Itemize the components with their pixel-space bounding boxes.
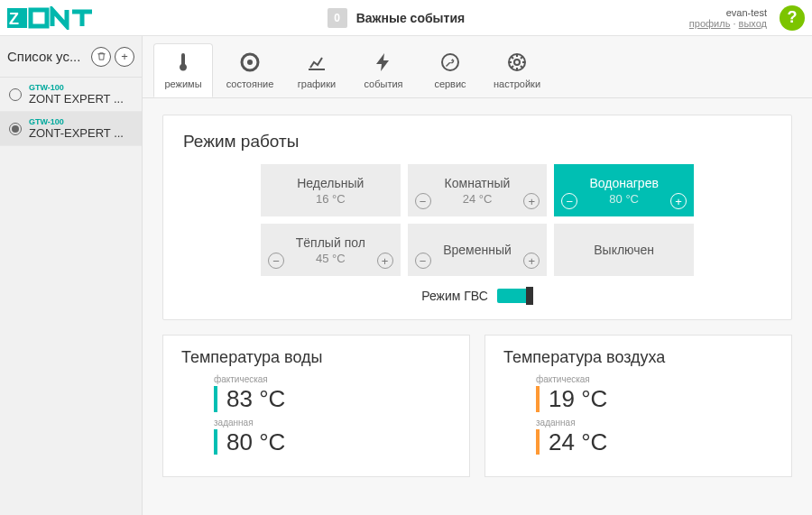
tab-service[interactable]: сервис: [420, 43, 480, 97]
gvs-toggle[interactable]: [497, 289, 533, 303]
mode-temp: 45 °C: [316, 252, 346, 265]
mode-temp: 80 °C: [609, 192, 639, 206]
gvs-label: Режим ГВС: [421, 289, 488, 303]
tab-modes[interactable]: режимы: [153, 43, 213, 97]
actual-label: фактическая: [214, 374, 451, 384]
events-label: Важные события: [356, 11, 465, 25]
temperature-row: Температура воды фактическая 83 °C задан…: [162, 335, 792, 477]
mode-tile-weekly[interactable]: Недельный 16 °C: [261, 164, 401, 216]
plus-button[interactable]: +: [670, 193, 687, 209]
tab-label: события: [364, 78, 402, 89]
device-name: ZONT-EXPERT ...: [29, 126, 124, 140]
bolt-icon: [373, 51, 394, 73]
mode-grid: Недельный 16 °C Комнатный 24 °C − + Водо…: [261, 164, 694, 276]
logout-link[interactable]: выход: [739, 18, 767, 29]
card-title: Температура воздуха: [503, 348, 773, 367]
tab-settings[interactable]: настройки: [487, 43, 547, 97]
mode-name: Временный: [443, 243, 512, 257]
svg-point-7: [514, 60, 520, 65]
mode-tile-room[interactable]: Комнатный 24 °C − +: [408, 164, 548, 216]
mode-tile-waterheat[interactable]: Водонагрев 80 °C − +: [554, 164, 694, 216]
device-name: ZONT EXPERT ...: [29, 92, 124, 106]
actual-value: 19 °C: [536, 386, 773, 412]
events-count-badge: 0: [328, 8, 347, 28]
mode-temp: 24 °C: [463, 192, 493, 206]
mode-card-title: Режим работы: [183, 132, 771, 152]
svg-point-4: [247, 60, 253, 65]
chart-icon: [306, 51, 328, 73]
user-block: evan-test профиль · выход: [689, 7, 767, 29]
tab-label: сервис: [434, 78, 466, 89]
thermometer-icon: [172, 51, 194, 73]
trash-button[interactable]: [91, 47, 111, 67]
target-label: заданная: [536, 418, 773, 428]
target-icon: [239, 51, 261, 73]
mode-name: Недельный: [297, 176, 364, 190]
device-item[interactable]: GTW-100 ZONT EXPERT ...: [0, 78, 142, 112]
mode-tile-floor[interactable]: Тёплый пол 45 °C − +: [261, 224, 401, 276]
device-item[interactable]: GTW-100 ZONT-EXPERT ...: [0, 112, 142, 146]
water-temp-card: Температура воды фактическая 83 °C задан…: [162, 335, 470, 477]
mode-card: Режим работы Недельный 16 °C Комнатный 2…: [162, 115, 792, 320]
add-device-button[interactable]: +: [115, 47, 134, 67]
sidebar-title: Список ус...: [7, 49, 88, 64]
tab-label: графики: [298, 78, 336, 89]
content-area: режимы состояние графики события сервис …: [143, 36, 812, 515]
target-value: 80 °C: [214, 429, 451, 455]
mode-name: Выключен: [594, 243, 654, 257]
plus-button[interactable]: +: [377, 253, 393, 269]
plus-button[interactable]: +: [523, 253, 540, 269]
actual-value: 83 °C: [214, 386, 451, 412]
header-events[interactable]: 0 Важные события: [103, 8, 689, 28]
mode-tile-temporary[interactable]: Временный − +: [408, 224, 548, 276]
sidebar-header: Список ус... +: [0, 36, 142, 78]
mode-name: Водонагрев: [589, 176, 658, 190]
gvs-row: Режим ГВС: [183, 289, 771, 303]
radio-icon: [9, 88, 22, 101]
mode-temp: 16 °C: [316, 192, 346, 206]
target-value: 24 °C: [536, 429, 773, 455]
svg-point-5: [442, 54, 458, 70]
air-temp-card: Температура воздуха фактическая 19 °C за…: [484, 335, 792, 477]
target-label: заданная: [214, 418, 451, 428]
plus-button[interactable]: +: [523, 193, 540, 209]
svg-rect-2: [31, 10, 47, 26]
device-sidebar: Список ус... + GTW-100 ZONT EXPERT ... G…: [0, 36, 143, 515]
help-button[interactable]: ?: [780, 5, 805, 31]
app-header: Z 0 Важные события evan-test профиль · в…: [0, 0, 812, 36]
minus-button[interactable]: −: [268, 253, 284, 269]
profile-link[interactable]: профиль: [689, 18, 731, 29]
logo: Z: [7, 6, 103, 30]
tab-label: режимы: [164, 78, 201, 89]
minus-button[interactable]: −: [561, 193, 577, 209]
minus-button[interactable]: −: [415, 253, 431, 269]
tab-status[interactable]: состояние: [220, 43, 280, 97]
tab-bar: режимы состояние графики события сервис …: [143, 36, 812, 98]
mode-name: Тёплый пол: [296, 235, 365, 250]
minus-button[interactable]: −: [415, 193, 431, 209]
card-title: Температура воды: [181, 348, 451, 367]
tab-label: настройки: [494, 78, 540, 89]
svg-text:Z: Z: [9, 10, 19, 28]
mode-name: Комнатный: [445, 176, 511, 190]
wrench-icon: [439, 51, 461, 73]
radio-icon: [9, 123, 22, 135]
device-model: GTW-100: [29, 117, 124, 126]
device-model: GTW-100: [29, 83, 124, 92]
actual-label: фактическая: [536, 374, 773, 384]
tab-events[interactable]: события: [354, 43, 413, 97]
mode-tile-off[interactable]: Выключен: [554, 224, 694, 276]
username: evan-test: [689, 7, 767, 18]
tab-charts[interactable]: графики: [287, 43, 346, 97]
tab-label: состояние: [226, 78, 274, 89]
gear-icon: [506, 51, 528, 73]
